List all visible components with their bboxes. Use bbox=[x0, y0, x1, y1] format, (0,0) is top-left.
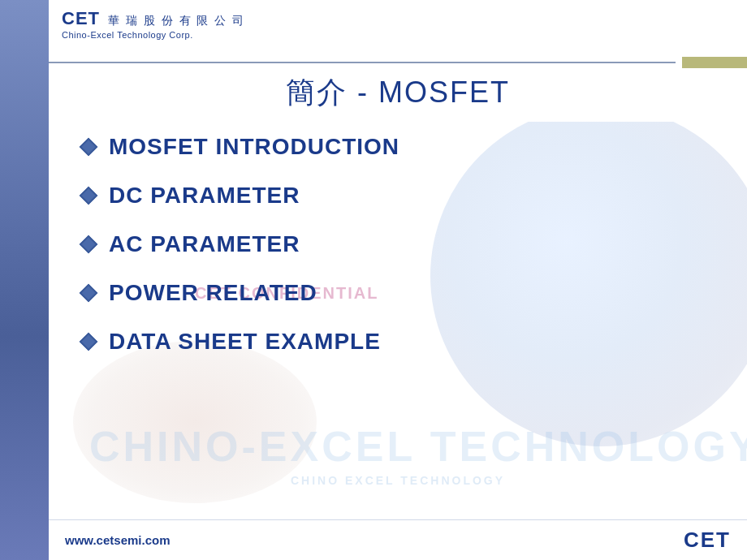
list-item: POWER RELATED bbox=[81, 280, 698, 306]
bullet-icon bbox=[81, 188, 96, 203]
title-area: 簡介 - MOSFET bbox=[49, 58, 747, 121]
list-item: DC PARAMETER bbox=[81, 183, 698, 209]
slide: CET 華 瑞 股 份 有 限 公 司 Chino-Excel Technolo… bbox=[0, 0, 747, 560]
cet-logo-line: CET 華 瑞 股 份 有 限 公 司 bbox=[62, 8, 245, 29]
company-english: Chino-Excel Technology Corp. bbox=[62, 30, 245, 40]
header: CET 華 瑞 股 份 有 限 公 司 Chino-Excel Technolo… bbox=[49, 0, 747, 55]
main-title: 簡介 - MOSFET bbox=[49, 73, 747, 113]
footer-logo: CET bbox=[684, 528, 731, 553]
company-chinese: 華 瑞 股 份 有 限 公 司 bbox=[108, 14, 245, 28]
bullet-icon bbox=[81, 237, 96, 252]
list-item: DATA SHEET EXAMPLE bbox=[81, 329, 698, 355]
item-text-5: DATA SHEET EXAMPLE bbox=[109, 329, 381, 355]
item-text-4: POWER RELATED bbox=[109, 280, 317, 306]
footer-url: www.cetsemi.com bbox=[65, 533, 171, 547]
list-item: AC PARAMETER bbox=[81, 231, 698, 257]
item-text-1: MOSFET INTRODUCTION bbox=[109, 134, 399, 160]
logo-area: CET 華 瑞 股 份 有 限 公 司 Chino-Excel Technolo… bbox=[62, 8, 245, 40]
content-list: MOSFET INTRODUCTION DC PARAMETER AC PARA… bbox=[81, 134, 698, 377]
list-item: MOSFET INTRODUCTION bbox=[81, 134, 698, 160]
cet-abbrev: CET bbox=[62, 8, 100, 29]
watermark-main-text: CHINO-EXCEL TECHNOLOGY bbox=[89, 422, 706, 471]
item-text-3: AC PARAMETER bbox=[109, 231, 300, 257]
item-text-2: DC PARAMETER bbox=[109, 183, 300, 209]
footer: www.cetsemi.com CET bbox=[49, 519, 747, 560]
watermark-sub-text: CHINO EXCEL TECHNOLOGY bbox=[89, 474, 706, 487]
bullet-icon bbox=[81, 140, 96, 154]
left-sidebar bbox=[0, 0, 49, 560]
bullet-icon bbox=[81, 334, 96, 349]
bullet-icon bbox=[81, 286, 96, 300]
